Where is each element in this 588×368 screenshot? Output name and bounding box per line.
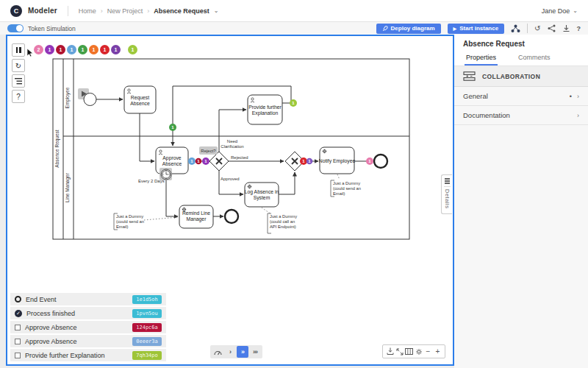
- details-tab-label: Details: [444, 189, 451, 208]
- deploy-diagram-button[interactable]: Deploy diagram: [376, 24, 441, 34]
- chevron-down-icon[interactable]: ⌄: [214, 7, 219, 14]
- zoom-out-button[interactable]: −: [423, 345, 433, 358]
- breadcrumb-separator-icon: ›: [101, 7, 103, 15]
- diagram-canvas[interactable]: Absence Request Employee Line Manager: [6, 35, 454, 366]
- palette-token[interactable]: 1: [111, 45, 121, 54]
- element-id-badge: 124pc6a: [132, 323, 162, 332]
- annotation-text: API Endpoint): [270, 224, 296, 229]
- palette-token[interactable]: 1: [100, 45, 110, 54]
- share-icon[interactable]: [548, 24, 556, 32]
- checkbox-icon[interactable]: [15, 353, 21, 358]
- tab-comments[interactable]: Comments: [517, 52, 552, 66]
- task-label: Log Absence in: [245, 189, 279, 195]
- token-simulation-toggle[interactable]: [7, 24, 24, 32]
- log-entry[interactable]: Approve Absence 0eeer3a: [10, 335, 166, 347]
- simulation-speed-controls: › ›› ›››: [210, 345, 262, 358]
- panel-row-documentation[interactable]: Documentation ›: [454, 106, 588, 125]
- task-provide-further-explanation[interactable]: [248, 95, 282, 124]
- annotation-text: (could send an: [116, 219, 144, 224]
- toggle-log-button[interactable]: [12, 74, 25, 88]
- sim-token: 1: [202, 158, 209, 165]
- end-event-main[interactable]: [374, 155, 387, 168]
- user-menu[interactable]: Jane Doe ⌄: [542, 7, 578, 15]
- simulation-toolbar: ↻ ?: [12, 43, 25, 103]
- collaboration-icon: [463, 71, 476, 81]
- log-entry[interactable]: End Event 1e1d5oh: [10, 293, 166, 305]
- pool-label: Absence Request: [54, 130, 60, 168]
- log-entry[interactable]: ✓ Process finished 1pvn5ou: [10, 307, 166, 319]
- user-name: Jane Doe: [542, 7, 570, 15]
- chevron-right-icon: ›: [577, 93, 579, 100]
- panel-tabs: Properties Comments: [454, 52, 588, 66]
- section-title: COLLABORATION: [482, 73, 540, 80]
- settings-icon[interactable]: [414, 345, 423, 358]
- annotation-text: Email): [116, 224, 128, 229]
- speed-slow-button[interactable]: ›: [224, 346, 236, 358]
- properties-panel: Absence Request Properties Comments COLL…: [454, 35, 588, 368]
- rocket-icon: [382, 26, 388, 32]
- zoom-in-button[interactable]: +: [433, 345, 442, 358]
- annotation-text: (could send an: [333, 186, 361, 191]
- element-id-badge: 0eeer3a: [132, 337, 162, 346]
- cluster-icon[interactable]: [511, 24, 520, 33]
- pause-simulation-button[interactable]: [12, 43, 25, 57]
- checkbox-icon[interactable]: [15, 339, 21, 344]
- palette-token[interactable]: 2: [34, 45, 43, 54]
- start-instance-button[interactable]: ▶ Start instance: [448, 24, 505, 34]
- annotation-text: Just a Dummy: [333, 181, 360, 185]
- element-id-badge: 1e1d5oh: [132, 295, 162, 304]
- header-divider: [68, 6, 68, 16]
- minimap-icon[interactable]: [404, 345, 414, 358]
- pause-icon: [16, 47, 21, 53]
- export-icon[interactable]: [385, 345, 395, 358]
- log-icon: [15, 78, 22, 85]
- palette-token[interactable]: 1: [45, 45, 54, 54]
- lane-label-line-manager: Line Manager: [65, 172, 71, 202]
- breadcrumb-project[interactable]: New Project: [107, 7, 143, 15]
- annotation-text: Just a Dummy: [116, 214, 143, 219]
- task-label: Absence: [162, 161, 182, 166]
- sim-token: 1: [366, 158, 373, 165]
- app-name: Modeler: [28, 7, 57, 15]
- edge-label: Every 2 Days: [138, 179, 165, 183]
- simulation-log: End Event 1e1d5oh ✓ Process finished 1pv…: [10, 293, 166, 361]
- app-header: C Modeler Home › New Project › Absence R…: [0, 0, 588, 22]
- task-label: Explanation: [252, 110, 279, 116]
- end-event-remind[interactable]: [225, 210, 238, 223]
- edge-label: Approved: [220, 177, 240, 181]
- log-entry[interactable]: Provide further Explanation 7qh34po: [10, 349, 166, 361]
- task-label: System: [254, 195, 270, 201]
- breadcrumb: Home › New Project › Absence Request ⌄: [79, 7, 219, 15]
- annotation-text: Just a Dummy: [270, 214, 297, 219]
- palette-token[interactable]: 1: [128, 45, 137, 54]
- chevron-right-icon: ›: [577, 112, 579, 119]
- edge-label: Rejected: [231, 155, 248, 160]
- palette-token[interactable]: 1: [56, 45, 65, 54]
- palette-token[interactable]: 1: [89, 45, 98, 54]
- tab-properties[interactable]: Properties: [465, 52, 498, 66]
- palette-token[interactable]: 1: [78, 45, 87, 54]
- help-icon[interactable]: ?: [577, 25, 581, 32]
- token-palette: 2 1 1 1 1 1 1 1 1: [34, 45, 137, 54]
- reset-simulation-button[interactable]: ↻: [12, 59, 25, 72]
- log-entry[interactable]: Approve Absence 124pc6a: [10, 321, 166, 333]
- sim-token: 1: [188, 158, 196, 165]
- check-circle-icon: ✓: [15, 310, 22, 317]
- task-label: Request: [131, 95, 149, 101]
- download-icon[interactable]: [562, 24, 570, 32]
- panel-row-general[interactable]: General • ›: [454, 87, 588, 106]
- checkbox-icon[interactable]: [15, 325, 21, 330]
- history-icon[interactable]: ↺: [534, 24, 540, 32]
- annotation-text: (could call an: [270, 219, 295, 224]
- simulation-help-button[interactable]: ?: [12, 90, 25, 103]
- speed-fast-button[interactable]: ›››: [249, 346, 261, 358]
- details-tab[interactable]: Details: [441, 174, 452, 214]
- breadcrumb-current[interactable]: Absence Request: [154, 7, 209, 15]
- fit-view-icon[interactable]: [395, 345, 404, 358]
- speed-normal-button[interactable]: ››: [237, 346, 248, 358]
- start-event[interactable]: [84, 93, 96, 106]
- token-simulation-label: Token Simulation: [28, 25, 76, 32]
- palette-token[interactable]: 1: [67, 45, 76, 54]
- edge-label: Need: [227, 139, 237, 144]
- breadcrumb-home[interactable]: Home: [79, 7, 96, 15]
